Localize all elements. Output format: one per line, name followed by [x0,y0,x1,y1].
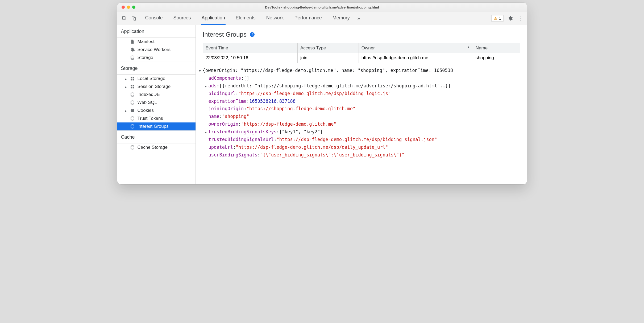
db-icon [130,100,135,105]
info-icon[interactable]: i [250,32,255,37]
prop-val: "https://dsp-fledge-demo.glitch.me/dsp/b… [276,136,437,143]
expand-toggle-icon[interactable] [203,128,209,136]
close-window-button[interactable] [122,6,125,9]
sidebar-item-storage[interactable]: Storage [117,54,196,62]
window-title: DevTools - shopping-fledge-demo.glitch.m… [117,5,527,9]
prop-val: 1650538216.837188 [249,97,296,105]
svg-point-21 [131,103,134,104]
column-header[interactable]: Name [473,43,520,53]
grid-icon [130,84,135,89]
svg-point-25 [131,111,132,111]
devtools-toolbar: ConsoleSourcesApplicationElementsNetwork… [117,12,527,25]
prop-key: expirationTime [209,97,247,105]
tab-elements[interactable]: Elements [235,12,256,25]
tab-application[interactable]: Application [201,12,226,25]
device-toggle-icon[interactable] [130,15,138,22]
svg-point-18 [131,95,134,96]
more-options-icon[interactable]: ⋮ [517,15,525,22]
sidebar-item-local-storage[interactable]: Local Storage [117,75,196,83]
prop-key: trustedBiddingSignalsKeys [209,128,277,136]
sidebar-item-cookies[interactable]: Cookies [117,107,196,114]
sidebar-item-manifest[interactable]: Manifest [117,38,196,46]
db-icon [130,92,135,97]
table-row[interactable]: 22/03/2022, 10:50:16joinhttps://dsp-fled… [203,53,520,63]
prop-key: name [209,113,219,120]
svg-rect-11 [132,79,134,80]
svg-point-22 [131,109,134,112]
prop-val: "shopping" [222,113,249,120]
svg-rect-15 [132,87,134,88]
prop-val: "https://shopping-fledge-demo.glitch.me" [247,105,355,113]
sidebar-item-interest-groups[interactable]: Interest Groups [117,122,196,130]
prop-val: "{\"user_bidding_signals\":\"user_biddin… [260,151,404,159]
sidebar-item-indexeddb[interactable]: IndexedDB [117,91,196,99]
sidebar-item-label: IndexedDB [138,92,160,97]
cookie-icon [130,108,135,113]
sidebar-item-trust-tokens[interactable]: Trust Tokens [117,114,196,122]
gear-icon [130,47,135,52]
sidebar-item-web-sql[interactable]: Web SQL [117,99,196,107]
tab-performance[interactable]: Performance [294,12,322,25]
table-cell: join [298,53,359,63]
prop-key: ads [209,82,217,90]
svg-rect-4 [496,19,496,19]
sidebar-item-session-storage[interactable]: Session Storage [117,83,196,91]
prop-key: updateUrl [209,143,233,151]
sidebar-group-header: Cache [117,131,196,143]
svg-point-26 [133,110,133,111]
prop-val: "https://dsp-fledge-demo.glitch.me/dsp/d… [236,143,388,151]
tab-network[interactable]: Network [266,12,284,25]
sidebar-item-label: Interest Groups [138,124,169,129]
tab-sources[interactable]: Sources [173,12,192,25]
disclosure-triangle-icon[interactable] [125,84,127,89]
disclosure-triangle-icon[interactable] [125,76,127,81]
panel-tabs: ConsoleSourcesApplicationElementsNetwork… [145,12,350,25]
grid-icon [130,76,135,81]
prop-key: adComponents [209,74,241,82]
application-main: Interest Groups i Event TimeAccess TypeO… [196,25,527,184]
window-controls [117,6,135,9]
events-table: Event TimeAccess TypeOwner▲Name22/03/202… [203,43,520,63]
inspect-element-icon[interactable] [121,15,128,22]
sidebar-item-service-workers[interactable]: Service Workers [117,46,196,54]
table-cell: 22/03/2022, 10:50:16 [203,53,298,63]
sidebar-item-label: Storage [138,55,153,60]
application-sidebar: ApplicationManifestService WorkersStorag… [117,25,196,184]
warnings-badge[interactable]: 1 [491,15,503,22]
prop-key: ownerOrigin [209,120,239,128]
sidebar-item-label: Session Storage [138,84,171,89]
disclosure-triangle-icon[interactable] [125,108,127,113]
sidebar-item-label: Cache Storage [138,145,168,150]
sidebar-item-label: Web SQL [138,100,157,105]
tab-console[interactable]: Console [145,12,163,25]
svg-rect-13 [131,87,132,88]
sidebar-group-header: Storage [117,62,196,75]
db-icon [130,124,135,129]
prop-key: trustedBiddingSignalsUrl [209,136,274,143]
sidebar-item-cache-storage[interactable]: Cache Storage [117,143,196,151]
svg-rect-8 [131,77,132,78]
more-tabs-icon[interactable]: » [355,15,363,22]
panel-heading: Interest Groups i [203,31,520,38]
table-cell: shopping [473,53,520,63]
expand-toggle-icon[interactable] [197,67,203,74]
svg-point-32 [131,127,134,128]
svg-point-24 [132,109,133,110]
zoom-window-button[interactable] [132,6,135,9]
column-header[interactable]: Event Time [203,43,298,53]
sidebar-group-header: Application [117,25,196,38]
column-header[interactable]: Owner▲ [359,43,473,53]
svg-rect-9 [131,79,132,80]
prop-val: [] [244,74,249,82]
db-icon [130,55,135,60]
sidebar-item-label: Manifest [138,39,155,44]
tab-memory[interactable]: Memory [332,12,350,25]
column-header[interactable]: Access Type [298,43,359,53]
sidebar-item-label: Service Workers [138,47,171,52]
db-icon [130,116,135,121]
expand-toggle-icon[interactable] [203,82,209,90]
minimize-window-button[interactable] [127,6,130,9]
settings-icon[interactable] [506,16,514,21]
sort-indicator-icon: ▲ [467,45,470,49]
svg-point-23 [131,110,132,110]
